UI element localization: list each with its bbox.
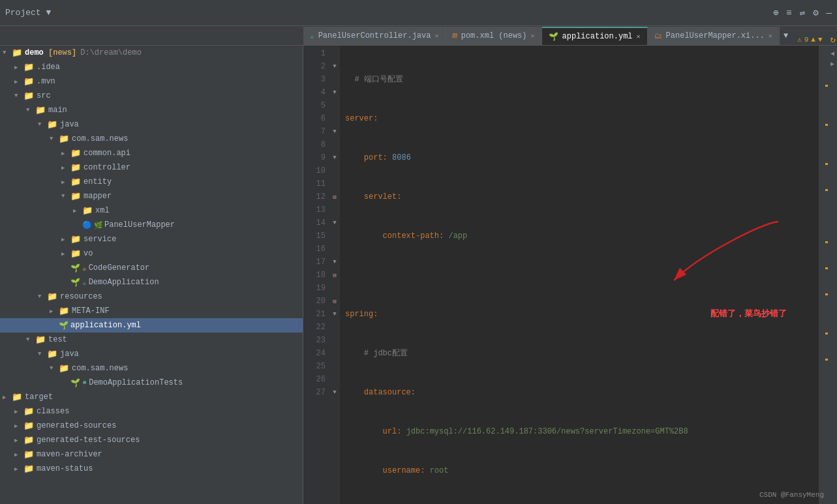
sidebar: ▼ 📁 demo [news] D:\dream\demo ▶ 📁 .idea … bbox=[0, 46, 303, 504]
code-line-11: username: root bbox=[345, 464, 814, 477]
code-line-4: servlet: bbox=[345, 190, 814, 203]
tree-item-application-yml[interactable]: 🌱 application.yml bbox=[0, 318, 303, 333]
swap-icon[interactable]: ⇌ bbox=[800, 7, 805, 18]
tree-item-main[interactable]: ▼ 📁 main bbox=[0, 103, 303, 117]
folder-icon: 📁 bbox=[12, 392, 22, 402]
code-line-3: port: 8086 bbox=[345, 151, 814, 164]
tab-close[interactable]: ✕ bbox=[769, 32, 772, 40]
code-area[interactable]: # 端口号配置 server: port: 8086 servlet: cont… bbox=[340, 46, 819, 504]
collapse-left-icon[interactable]: ◀ bbox=[830, 50, 834, 57]
tree-label: main bbox=[48, 106, 67, 115]
minimize-icon[interactable]: — bbox=[827, 8, 832, 18]
folder-icon: 📁 bbox=[35, 105, 46, 115]
editor-content: 123456 789101112 131415161718 1920212223… bbox=[303, 46, 828, 504]
settings-icon[interactable]: ⚙ bbox=[813, 7, 818, 18]
folder-icon: 📁 bbox=[23, 435, 34, 445]
tree-item-demo-application[interactable]: 🌱 ☕ DemoApplication bbox=[0, 275, 303, 289]
tree-label: META-INF bbox=[72, 306, 110, 316]
tree-item-xml[interactable]: ▶ 📁 xml bbox=[0, 203, 303, 218]
java-icon: ☕ bbox=[82, 264, 87, 273]
tree-item-demo[interactable]: ▼ 📁 demo [news] D:\dream\demo bbox=[0, 46, 303, 60]
tab-pom-xml[interactable]: m pom.xml (news) ✕ bbox=[446, 27, 541, 45]
tree-label: java bbox=[60, 349, 79, 359]
tree-label: target bbox=[25, 393, 53, 402]
tree-item-mapper[interactable]: ▼ 📁 mapper bbox=[0, 189, 303, 203]
tree-item-test-java[interactable]: ▼ 📁 java bbox=[0, 347, 303, 361]
top-bar-icons: ⊕ ≡ ⇌ ⚙ — bbox=[773, 7, 832, 18]
tab-application-yml[interactable]: 🌱 application.yml ✕ bbox=[542, 27, 648, 45]
warning-bar: ⚠ 9 ▲ ▼ ↻ ⇱ bbox=[792, 34, 837, 45]
tree-item-maven-archiver[interactable]: ▶ 📁 maven-archiver bbox=[0, 447, 303, 462]
tab-panel-user-controller[interactable]: ☕ PanelUserController.java ✕ bbox=[303, 27, 446, 45]
warning-up[interactable]: ▲ bbox=[811, 36, 815, 44]
tree-label: com.sam.news bbox=[72, 364, 128, 373]
tree-item-java[interactable]: ▼ 📁 java bbox=[0, 117, 303, 132]
tree-item-idea[interactable]: ▶ 📁 .idea bbox=[0, 60, 303, 74]
tree-item-target[interactable]: ▶ 📁 target bbox=[0, 390, 303, 404]
tree-item-maven-status[interactable]: ▶ 📁 maven-status bbox=[0, 462, 303, 476]
tree-label: test bbox=[48, 335, 67, 344]
tree-item-resources[interactable]: ▼ 📁 resources bbox=[0, 289, 303, 304]
tab-close[interactable]: ✕ bbox=[434, 32, 438, 40]
folder-icon: 📁 bbox=[70, 234, 81, 245]
tree-item-classes[interactable]: ▶ 📁 classes bbox=[0, 404, 303, 419]
tree-item-controller[interactable]: ▶ 📁 controller bbox=[0, 160, 303, 175]
annotation-text: 配错了，菜鸟抄错了 bbox=[710, 308, 787, 321]
tree-item-demo-app-tests[interactable]: 🌱 ● DemoApplicationTests bbox=[0, 376, 303, 390]
tree-item-test[interactable]: ▼ 📁 test bbox=[0, 333, 303, 347]
tab-more-button[interactable]: ▼ bbox=[780, 27, 792, 45]
list-icon[interactable]: ≡ bbox=[786, 8, 791, 18]
tree-label: vo bbox=[84, 249, 93, 258]
mapper-decorator: 🌿 bbox=[94, 221, 103, 230]
tree-label: generated-test-sources bbox=[37, 436, 140, 445]
warning-icon: ⚠ bbox=[797, 35, 802, 44]
right-scroll-panel[interactable] bbox=[819, 46, 828, 504]
tree-label: resources bbox=[60, 292, 102, 301]
code-line-10: url: jdbc:mysql://116.62.149.187:3306/ne… bbox=[345, 425, 814, 438]
tree-item-panel-user-mapper[interactable]: 🔵 🌿 PanelUserMapper bbox=[0, 218, 303, 232]
tree-item-mvn[interactable]: ▶ 📁 .mvn bbox=[0, 74, 303, 89]
tree-item-meta-inf[interactable]: ▶ 📁 META-INF bbox=[0, 304, 303, 318]
code-line-9: datasource: bbox=[345, 386, 814, 399]
tab-panel-user-mapper[interactable]: 🗂 PanelUserMapper.xi... ✕ bbox=[648, 27, 780, 45]
watermark: CSDN @FansyMeng bbox=[759, 491, 824, 499]
tree-label: mapper bbox=[84, 192, 112, 201]
tree-item-common-api[interactable]: ▶ 📁 common.api bbox=[0, 146, 303, 160]
refresh-icon[interactable]: ↻ bbox=[830, 34, 836, 45]
red-arrow-annotation bbox=[614, 202, 791, 311]
code-line-2: server: bbox=[345, 112, 814, 125]
tree-item-src[interactable]: ▼ 📁 src bbox=[0, 89, 303, 103]
project-dropdown-icon[interactable]: ▼ bbox=[46, 8, 52, 18]
warning-down[interactable]: ▼ bbox=[818, 36, 823, 44]
warning-count: 9 bbox=[804, 36, 809, 44]
tree-item-test-com-sam-news[interactable]: ▼ 📁 com.sam.news bbox=[0, 361, 303, 376]
tree-label: PanelUserMapper bbox=[104, 220, 175, 230]
tree-label: common.api bbox=[84, 149, 130, 158]
tab-close[interactable]: ✕ bbox=[531, 32, 535, 40]
expand-right-icon[interactable]: ▶ bbox=[830, 60, 834, 68]
tree-item-vo[interactable]: ▶ 📁 vo bbox=[0, 246, 303, 261]
tree-item-com-sam-news[interactable]: ▼ 📁 com.sam.news bbox=[0, 132, 303, 146]
folder-icon: 📁 bbox=[82, 205, 93, 216]
top-bar: Project ▼ ⊕ ≡ ⇌ ⚙ — bbox=[0, 0, 837, 26]
tree-item-generated-test-sources[interactable]: ▶ 📁 generated-test-sources bbox=[0, 433, 303, 447]
folder-icon: 📁 bbox=[23, 62, 34, 72]
main-layout: ▼ 📁 demo [news] D:\dream\demo ▶ 📁 .idea … bbox=[0, 46, 837, 504]
tree-path: D:\dream\demo bbox=[80, 48, 142, 57]
tree-item-generated-sources[interactable]: ▶ 📁 generated-sources bbox=[0, 419, 303, 433]
globe-icon[interactable]: ⊕ bbox=[773, 7, 778, 18]
tree-label: DemoApplicationTests bbox=[89, 378, 183, 387]
tree-item-service[interactable]: ▶ 📁 service bbox=[0, 232, 303, 246]
tree-label: entity bbox=[84, 177, 112, 186]
folder-icon: 📁 bbox=[23, 421, 34, 431]
tab-icon-yaml: 🌱 bbox=[549, 32, 558, 42]
tree-item-code-generator[interactable]: 🌱 ☕ CodeGenerator bbox=[0, 261, 303, 275]
project-label: Project bbox=[5, 8, 41, 18]
tree-label: classes bbox=[37, 407, 69, 416]
folder-icon: 📁 bbox=[23, 449, 34, 460]
tab-bar: ☕ PanelUserController.java ✕ m pom.xml (… bbox=[0, 26, 837, 46]
tree-item-entity[interactable]: ▶ 📁 entity bbox=[0, 175, 303, 189]
folder-icon: 📁 bbox=[59, 306, 69, 316]
folder-icon: 📁 bbox=[12, 48, 22, 58]
tab-close[interactable]: ✕ bbox=[637, 33, 641, 40]
